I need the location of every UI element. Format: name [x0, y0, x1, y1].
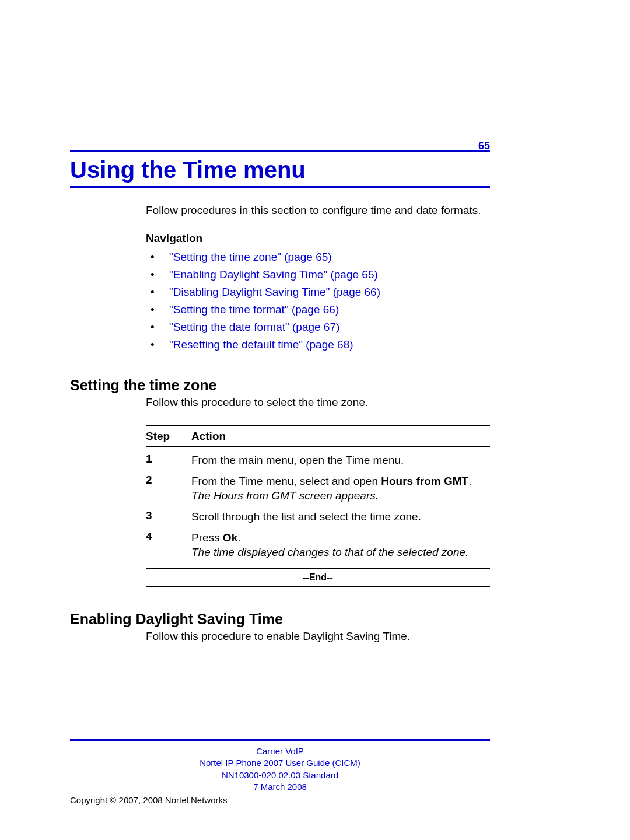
- action-bold: Ok: [223, 531, 237, 544]
- table-body: 1 From the main menu, open the Time menu…: [146, 447, 490, 568]
- step-number: 4: [146, 530, 191, 543]
- section-heading-timezone: Setting the time zone: [70, 377, 490, 394]
- footer-rule: [70, 739, 490, 741]
- section-intro-dst: Follow this procedure to enable Daylight…: [146, 630, 490, 643]
- step-action: Scroll through the list and select the t…: [191, 509, 490, 524]
- action-result: The Hours from GMT screen appears.: [191, 489, 379, 502]
- page: 65 Using the Time menu Follow procedures…: [0, 0, 630, 840]
- section-heading-dst: Enabling Daylight Saving Time: [70, 611, 490, 628]
- navigation-list: "Setting the time zone" (page 65) "Enabl…: [146, 251, 490, 351]
- footer-line: Carrier VoIP: [70, 746, 490, 757]
- chapter-intro: Follow procedures in this section to con…: [146, 204, 490, 217]
- nav-link[interactable]: "Disabling Daylight Saving Time" (page 6…: [169, 286, 380, 298]
- page-number: 65: [478, 140, 490, 152]
- footer-line: Nortel IP Phone 2007 User Guide (CICM): [70, 757, 490, 769]
- page-footer: Carrier VoIP Nortel IP Phone 2007 User G…: [70, 739, 490, 805]
- step-action: From the main menu, open the Time menu.: [191, 453, 490, 468]
- step-number: 2: [146, 474, 191, 487]
- action-text: From the Time menu, select and open: [191, 475, 381, 487]
- nav-link[interactable]: "Setting the date format" (page 67): [169, 321, 340, 333]
- footer-copyright: Copyright © 2007, 2008 Nortel Networks: [70, 795, 490, 805]
- nav-link[interactable]: "Resetting the default time" (page 68): [169, 338, 354, 351]
- section-intro-timezone: Follow this procedure to select the time…: [146, 396, 490, 409]
- nav-item: "Resetting the default time" (page 68): [146, 338, 490, 351]
- table-row: 1 From the main menu, open the Time menu…: [146, 450, 490, 471]
- procedure-table: Step Action 1 From the main menu, open t…: [146, 425, 490, 587]
- nav-item: "Setting the date format" (page 67): [146, 321, 490, 334]
- table-row: 3 Scroll through the list and select the…: [146, 507, 490, 528]
- step-number: 1: [146, 453, 191, 466]
- action-result: The time displayed changes to that of th…: [191, 546, 468, 558]
- action-bold: Hours from GMT: [381, 475, 468, 487]
- table-header-row: Step Action: [146, 426, 490, 446]
- step-action: From the Time menu, select and open Hour…: [191, 474, 490, 503]
- chapter-rule-bottom: [70, 186, 490, 188]
- table-row: 2 From the Time menu, select and open Ho…: [146, 471, 490, 507]
- nav-item: "Enabling Daylight Saving Time" (page 65…: [146, 268, 490, 281]
- nav-link[interactable]: "Enabling Daylight Saving Time" (page 65…: [169, 268, 378, 281]
- footer-line: NN10300-020 02.03 Standard: [70, 769, 490, 781]
- nav-item: "Disabling Daylight Saving Time" (page 6…: [146, 286, 490, 299]
- action-text: Press: [191, 531, 223, 544]
- footer-center-block: Carrier VoIP Nortel IP Phone 2007 User G…: [70, 746, 490, 793]
- action-text: .: [237, 531, 240, 544]
- action-text: .: [468, 475, 471, 487]
- table-header-step: Step: [146, 430, 191, 443]
- chapter-title: Using the Time menu: [70, 157, 490, 183]
- nav-item: "Setting the time format" (page 66): [146, 303, 490, 316]
- nav-link[interactable]: "Setting the time zone" (page 65): [169, 251, 332, 263]
- footer-line: 7 March 2008: [70, 781, 490, 793]
- nav-item: "Setting the time zone" (page 65): [146, 251, 490, 264]
- section-dst: Enabling Daylight Saving Time Follow thi…: [70, 611, 490, 643]
- procedure-end: --End--: [146, 569, 490, 586]
- table-row: 4 Press Ok. The time displayed changes t…: [146, 528, 490, 564]
- step-action: Press Ok. The time displayed changes to …: [191, 530, 490, 560]
- nav-link[interactable]: "Setting the time format" (page 66): [169, 303, 339, 316]
- chapter-rule-top: [70, 150, 490, 152]
- table-rule: [146, 586, 490, 587]
- navigation-heading: Navigation: [146, 232, 490, 245]
- table-header-action: Action: [191, 430, 490, 443]
- step-number: 3: [146, 509, 191, 522]
